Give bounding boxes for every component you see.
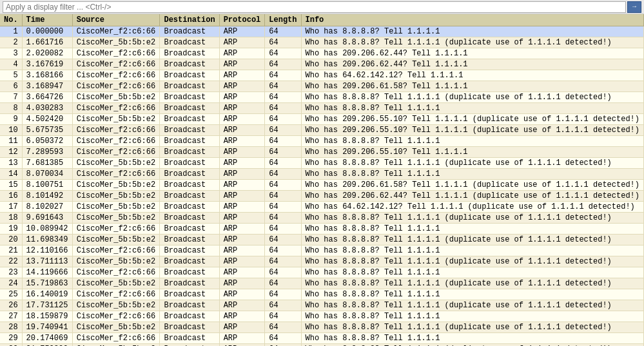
- cell-info: Who has 8.8.8.8? Tell 1.1.1.1: [301, 103, 643, 114]
- table-row[interactable]: 84.030283CiscoMer_f2:c6:66BroadcastARP64…: [0, 103, 644, 114]
- cell-time: 21.750899: [22, 344, 72, 347]
- cell-destination: Broadcast: [160, 300, 219, 311]
- apply-filter-button[interactable]: →: [627, 1, 641, 13]
- cell-time: 19.740941: [22, 322, 72, 333]
- cell-no: 11: [0, 136, 22, 147]
- cell-no: 8: [0, 103, 22, 114]
- table-row[interactable]: 32.020082CiscoMer_f2:c6:66BroadcastARP64…: [0, 48, 644, 59]
- cell-length: 64: [265, 81, 301, 92]
- table-row[interactable]: 3021.750899CiscoMer_5b:5b:e2BroadcastARP…: [0, 344, 644, 347]
- table-row[interactable]: 137.681385CiscoMer_5b:5b:e2BroadcastARP6…: [0, 158, 644, 169]
- table-row[interactable]: 189.691643CiscoMer_5b:5b:e2BroadcastARP6…: [0, 213, 644, 224]
- cell-time: 8.100751: [22, 180, 72, 191]
- table-row[interactable]: 43.167619CiscoMer_f2:c6:66BroadcastARP64…: [0, 59, 644, 70]
- col-header-protocol: Protocol: [219, 14, 265, 26]
- cell-info: Who has 209.206.55.10? Tell 1.1.1.1 (dup…: [301, 114, 643, 125]
- cell-destination: Broadcast: [160, 289, 219, 300]
- table-row[interactable]: 2617.731125CiscoMer_5b:5b:e2BroadcastARP…: [0, 300, 644, 311]
- table-row[interactable]: 2415.719863CiscoMer_5b:5b:e2BroadcastARP…: [0, 278, 644, 289]
- cell-no: 9: [0, 114, 22, 125]
- table-row[interactable]: 94.502420CiscoMer_5b:5b:e2BroadcastARP64…: [0, 114, 644, 125]
- cell-source: CiscoMer_f2:c6:66: [72, 125, 160, 136]
- table-row[interactable]: 2516.140019CiscoMer_f2:c6:66BroadcastARP…: [0, 289, 644, 300]
- cell-no: 24: [0, 278, 22, 289]
- cell-protocol: ARP: [219, 125, 265, 136]
- table-row[interactable]: 178.102027CiscoMer_5b:5b:e2BroadcastARP6…: [0, 202, 644, 213]
- cell-protocol: ARP: [219, 344, 265, 347]
- cell-protocol: ARP: [219, 322, 265, 333]
- cell-info: Who has 209.206.62.44? Tell 1.1.1.1 (dup…: [301, 191, 643, 202]
- packet-table-body: 10.000000CiscoMer_f2:c6:66BroadcastARP64…: [0, 26, 644, 347]
- table-row[interactable]: 2718.159879CiscoMer_f2:c6:66BroadcastARP…: [0, 311, 644, 322]
- cell-protocol: ARP: [219, 224, 265, 235]
- cell-no: 25: [0, 289, 22, 300]
- cell-info: Who has 209.206.55.10? Tell 1.1.1.1: [301, 147, 643, 158]
- cell-time: 13.711113: [22, 256, 72, 267]
- cell-info: Who has 8.8.8.8? Tell 1.1.1.1 (duplicate…: [301, 213, 643, 224]
- cell-time: 3.664726: [22, 92, 72, 103]
- cell-destination: Broadcast: [160, 103, 219, 114]
- cell-info: Who has 8.8.8.8? Tell 1.1.1.1 (duplicate…: [301, 322, 643, 333]
- cell-info: Who has 8.8.8.8? Tell 1.1.1.1: [301, 311, 643, 322]
- cell-length: 64: [265, 114, 301, 125]
- table-row[interactable]: 127.289593CiscoMer_f2:c6:66BroadcastARP6…: [0, 147, 644, 158]
- cell-source: CiscoMer_f2:c6:66: [72, 81, 160, 92]
- cell-length: 64: [265, 256, 301, 267]
- table-row[interactable]: 73.664726CiscoMer_5b:5b:e2BroadcastARP64…: [0, 92, 644, 103]
- table-row[interactable]: 63.168947CiscoMer_f2:c6:66BroadcastARP64…: [0, 81, 644, 92]
- cell-destination: Broadcast: [160, 224, 219, 235]
- table-row[interactable]: 2314.119666CiscoMer_f2:c6:66BroadcastARP…: [0, 267, 644, 278]
- cell-length: 64: [265, 289, 301, 300]
- cell-time: 7.681385: [22, 158, 72, 169]
- cell-source: CiscoMer_5b:5b:e2: [72, 235, 160, 245]
- table-row[interactable]: 2011.698349CiscoMer_5b:5b:e2BroadcastARP…: [0, 235, 644, 245]
- cell-source: CiscoMer_5b:5b:e2: [72, 191, 160, 202]
- cell-time: 3.168947: [22, 81, 72, 92]
- table-row[interactable]: 2213.711113CiscoMer_5b:5b:e2BroadcastARP…: [0, 256, 644, 267]
- cell-no: 17: [0, 202, 22, 213]
- cell-protocol: ARP: [219, 103, 265, 114]
- table-row[interactable]: 148.070034CiscoMer_f2:c6:66BroadcastARP6…: [0, 169, 644, 180]
- cell-length: 64: [265, 202, 301, 213]
- cell-length: 64: [265, 48, 301, 59]
- cell-protocol: ARP: [219, 70, 265, 81]
- cell-info: Who has 209.206.61.58? Tell 1.1.1.1: [301, 81, 643, 92]
- packet-list-container: No. Time Source Destination Protocol Len…: [0, 14, 644, 346]
- cell-info: Who has 8.8.8.8? Tell 1.1.1.1 (duplicate…: [301, 256, 643, 267]
- cell-source: CiscoMer_f2:c6:66: [72, 333, 160, 344]
- cell-source: CiscoMer_f2:c6:66: [72, 103, 160, 114]
- cell-length: 64: [265, 158, 301, 169]
- table-row[interactable]: 158.100751CiscoMer_5b:5b:e2BroadcastARP6…: [0, 180, 644, 191]
- table-row[interactable]: 105.675735CiscoMer_f2:c6:66BroadcastARP6…: [0, 125, 644, 136]
- cell-protocol: ARP: [219, 267, 265, 278]
- cell-length: 64: [265, 26, 301, 37]
- table-row[interactable]: 116.050372CiscoMer_f2:c6:66BroadcastARP6…: [0, 136, 644, 147]
- cell-info: Who has 209.206.61.58? Tell 1.1.1.1 (dup…: [301, 180, 643, 191]
- cell-info: Who has 8.8.8.8? Tell 1.1.1.1: [301, 333, 643, 344]
- cell-time: 11.698349: [22, 235, 72, 245]
- cell-destination: Broadcast: [160, 235, 219, 245]
- cell-no: 20: [0, 235, 22, 245]
- cell-destination: Broadcast: [160, 278, 219, 289]
- table-row[interactable]: 10.000000CiscoMer_f2:c6:66BroadcastARP64…: [0, 26, 644, 37]
- table-row[interactable]: 2920.174069CiscoMer_f2:c6:66BroadcastARP…: [0, 333, 644, 344]
- table-row[interactable]: 53.168166CiscoMer_f2:c6:66BroadcastARP64…: [0, 70, 644, 81]
- cell-length: 64: [265, 245, 301, 256]
- cell-no: 4: [0, 59, 22, 70]
- cell-no: 19: [0, 224, 22, 235]
- cell-info: Who has 64.62.142.12? Tell 1.1.1.1 (dupl…: [301, 202, 643, 213]
- table-row[interactable]: 2112.110166CiscoMer_f2:c6:66BroadcastARP…: [0, 245, 644, 256]
- display-filter-input[interactable]: [3, 1, 626, 13]
- cell-protocol: ARP: [219, 311, 265, 322]
- cell-time: 8.102027: [22, 202, 72, 213]
- table-row[interactable]: 2819.740941CiscoMer_5b:5b:e2BroadcastARP…: [0, 322, 644, 333]
- cell-destination: Broadcast: [160, 202, 219, 213]
- cell-length: 64: [265, 224, 301, 235]
- cell-length: 64: [265, 300, 301, 311]
- table-row[interactable]: 1910.089942CiscoMer_f2:c6:66BroadcastARP…: [0, 224, 644, 235]
- cell-info: Who has 8.8.8.8? Tell 1.1.1.1 (duplicate…: [301, 92, 643, 103]
- cell-destination: Broadcast: [160, 26, 219, 37]
- table-row[interactable]: 21.661716CiscoMer_5b:5b:e2BroadcastARP64…: [0, 37, 644, 48]
- table-row[interactable]: 168.101492CiscoMer_5b:5b:e2BroadcastARP6…: [0, 191, 644, 202]
- col-header-time: Time: [22, 14, 72, 26]
